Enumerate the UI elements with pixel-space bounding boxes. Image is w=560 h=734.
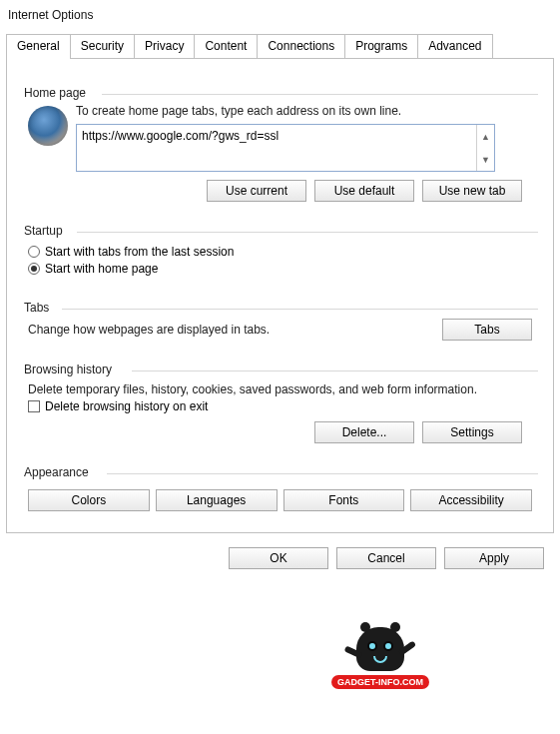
tab-advanced[interactable]: Advanced xyxy=(417,34,492,59)
internet-options-window: Internet Options General Security Privac… xyxy=(0,0,560,573)
tab-general[interactable]: General xyxy=(6,34,71,59)
history-desc: Delete temporary files, history, cookies… xyxy=(28,382,532,396)
home-url-input[interactable] xyxy=(77,125,476,171)
tabs-button[interactable]: Tabs xyxy=(442,319,532,341)
fonts-button[interactable]: Fonts xyxy=(283,489,405,511)
settings-button[interactable]: Settings xyxy=(422,421,522,443)
radio-start-last-session-label: Start with tabs from the last session xyxy=(45,245,234,259)
ok-button[interactable]: OK xyxy=(229,547,328,569)
radio-start-last-session[interactable] xyxy=(28,246,40,258)
tabs-desc: Change how webpages are displayed in tab… xyxy=(28,323,270,337)
use-new-tab-button[interactable]: Use new tab xyxy=(422,180,522,202)
url-scroll-down-icon[interactable]: ▼ xyxy=(477,148,494,171)
tabstrip: General Security Privacy Content Connect… xyxy=(6,34,560,59)
general-panel: Home page To create home page tabs, type… xyxy=(6,58,554,533)
group-startup: Startup Start with tabs from the last se… xyxy=(21,223,539,286)
radio-start-home-page-label: Start with home page xyxy=(45,262,158,276)
use-default-button[interactable]: Use default xyxy=(314,180,414,202)
home-hint: To create home page tabs, type each addr… xyxy=(76,104,532,118)
tab-privacy[interactable]: Privacy xyxy=(134,34,195,59)
window-title: Internet Options xyxy=(0,4,560,26)
apply-button[interactable]: Apply xyxy=(444,547,544,569)
home-url-box: ▲ ▼ xyxy=(76,124,495,172)
home-icon xyxy=(28,106,68,146)
watermark-label: GADGET-INFO.COM xyxy=(331,675,429,689)
accessibility-button[interactable]: Accessibility xyxy=(410,489,532,511)
watermark-badge: GADGET-INFO.COM xyxy=(330,627,430,689)
delete-button[interactable]: Delete... xyxy=(314,421,414,443)
robot-icon xyxy=(356,627,404,671)
delete-on-exit-label: Delete browsing history on exit xyxy=(45,399,208,413)
dialog-footer: OK Cancel Apply xyxy=(0,539,560,573)
group-tabs: Tabs Change how webpages are displayed i… xyxy=(21,300,539,348)
group-browsing-history: Browsing history Delete temporary files,… xyxy=(21,362,539,450)
group-home-page: Home page To create home page tabs, type… xyxy=(21,85,539,209)
tab-content[interactable]: Content xyxy=(194,34,258,59)
group-label-appearance: Appearance xyxy=(20,465,93,479)
tab-security[interactable]: Security xyxy=(70,34,135,59)
delete-on-exit-checkbox[interactable] xyxy=(28,400,40,412)
tab-programs[interactable]: Programs xyxy=(344,34,418,59)
group-label-tabs: Tabs xyxy=(20,301,53,315)
group-appearance: Appearance Colors Languages Fonts Access… xyxy=(21,464,539,518)
tab-connections[interactable]: Connections xyxy=(257,34,345,59)
radio-start-home-page[interactable] xyxy=(28,263,40,275)
languages-button[interactable]: Languages xyxy=(156,489,278,511)
cancel-button[interactable]: Cancel xyxy=(336,547,436,569)
group-label-home: Home page xyxy=(20,86,90,100)
group-label-startup: Startup xyxy=(20,224,67,238)
group-label-history: Browsing history xyxy=(20,363,116,376)
colors-button[interactable]: Colors xyxy=(28,489,150,511)
url-scroll-up-icon[interactable]: ▲ xyxy=(477,125,494,148)
url-scroll: ▲ ▼ xyxy=(476,125,494,171)
use-current-button[interactable]: Use current xyxy=(207,180,306,202)
